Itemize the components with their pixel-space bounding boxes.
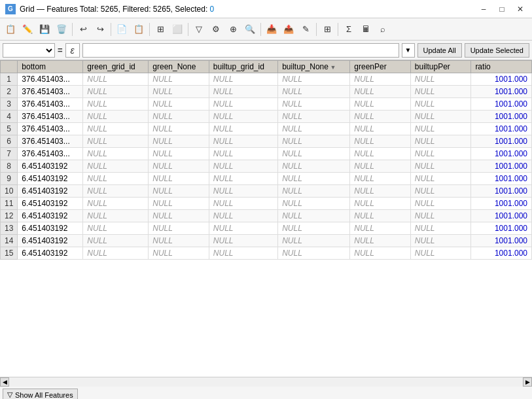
col-header-green-grid-id[interactable]: green_grid_id — [83, 61, 149, 73]
table-cell[interactable]: 376.451403... — [18, 86, 83, 98]
table-cell[interactable]: NULL — [410, 235, 471, 247]
grid-view-button[interactable]: ⊞ — [319, 22, 335, 37]
row-number-cell[interactable]: 13 — [1, 222, 18, 235]
table-cell[interactable]: NULL — [83, 86, 149, 98]
update-selected-button[interactable]: Update Selected — [465, 43, 529, 58]
row-number-cell[interactable]: 8 — [1, 160, 18, 173]
horizontal-scrollbar[interactable]: ◀ ▶ — [0, 377, 532, 386]
table-cell[interactable]: NULL — [410, 185, 471, 198]
row-number-cell[interactable]: 3 — [1, 98, 18, 111]
maximize-button[interactable]: □ — [495, 3, 508, 16]
table-cell[interactable]: NULL — [83, 173, 149, 185]
table-cell[interactable]: NULL — [350, 210, 411, 222]
edit-button[interactable]: ✏️ — [20, 22, 35, 37]
row-number-cell[interactable]: 6 — [1, 135, 18, 148]
table-cell[interactable]: 376.451403... — [18, 111, 83, 123]
table-cell[interactable]: NULL — [278, 148, 350, 160]
table-cell[interactable]: NULL — [278, 235, 350, 247]
row-number-cell[interactable]: 12 — [1, 210, 18, 222]
table-cell[interactable]: NULL — [278, 73, 350, 86]
table-cell[interactable]: NULL — [350, 235, 411, 247]
table-cell[interactable]: NULL — [209, 148, 277, 160]
table-cell[interactable]: 6.451403192 — [18, 160, 83, 173]
minimize-button[interactable]: – — [477, 3, 490, 16]
scroll-left-button[interactable]: ◀ — [0, 377, 9, 387]
table-cell[interactable]: NULL — [350, 135, 411, 148]
table-cell[interactable]: NULL — [209, 86, 277, 98]
table-cell[interactable]: NULL — [410, 73, 471, 86]
table-cell[interactable]: NULL — [149, 173, 209, 185]
table-cell[interactable]: 1001.000 — [471, 73, 532, 86]
expression-dropdown[interactable]: ▼ — [402, 43, 415, 58]
table-row[interactable]: 106.451403192NULLNULLNULLNULLNULLNULL100… — [1, 185, 532, 198]
table-cell[interactable]: NULL — [209, 185, 277, 198]
table-row[interactable]: 2376.451403...NULLNULLNULLNULLNULLNULL10… — [1, 86, 532, 98]
new-table-button[interactable]: 📋 — [3, 22, 18, 37]
table-cell[interactable]: NULL — [209, 135, 277, 148]
table-cell[interactable]: NULL — [83, 198, 149, 210]
row-number-cell[interactable]: 15 — [1, 247, 18, 260]
sum-button[interactable]: Σ — [341, 22, 357, 37]
table-cell[interactable]: NULL — [149, 247, 209, 260]
col-header-builtup-none[interactable]: builtup_None — [278, 61, 350, 73]
table-cell[interactable]: NULL — [278, 185, 350, 198]
table-row[interactable]: 116.451403192NULLNULLNULLNULLNULLNULL100… — [1, 198, 532, 210]
scroll-right-button[interactable]: ▶ — [523, 377, 532, 387]
row-number-cell[interactable]: 11 — [1, 198, 18, 210]
table-cell[interactable]: NULL — [209, 247, 277, 260]
select-button[interactable]: ⬜ — [169, 22, 185, 37]
epsilon-button[interactable]: ε — [65, 43, 80, 58]
col-header-ratio[interactable]: ratio — [471, 61, 532, 73]
table-cell[interactable]: NULL — [149, 185, 209, 198]
paste-button[interactable]: 📋 — [131, 22, 147, 37]
import-button[interactable]: 📥 — [264, 22, 279, 37]
col-header-bottom[interactable]: bottom — [18, 61, 83, 73]
table-cell[interactable]: NULL — [209, 73, 277, 86]
table-cell[interactable]: NULL — [83, 222, 149, 235]
table-cell[interactable]: NULL — [278, 222, 350, 235]
table-cell[interactable]: 376.451403... — [18, 73, 83, 86]
table-cell[interactable]: 1001.000 — [471, 210, 532, 222]
table-cell[interactable]: 376.451403... — [18, 135, 83, 148]
table-row[interactable]: 126.451403192NULLNULLNULLNULLNULLNULL100… — [1, 210, 532, 222]
table-cell[interactable]: NULL — [149, 235, 209, 247]
table-cell[interactable]: 6.451403192 — [18, 235, 83, 247]
table-cell[interactable]: NULL — [83, 247, 149, 260]
table-row[interactable]: 136.451403192NULLNULLNULLNULLNULLNULL100… — [1, 222, 532, 235]
table-cell[interactable]: NULL — [209, 160, 277, 173]
table-cell[interactable]: NULL — [149, 86, 209, 98]
expression-input[interactable] — [82, 43, 399, 58]
table-cell[interactable]: 6.451403192 — [18, 185, 83, 198]
table-cell[interactable]: NULL — [83, 185, 149, 198]
table-row[interactable]: 6376.451403...NULLNULLNULLNULLNULLNULL10… — [1, 135, 532, 148]
show-all-features-button[interactable]: ▽ Show All Features — [3, 389, 78, 400]
table-cell[interactable]: 6.451403192 — [18, 173, 83, 185]
table-cell[interactable]: NULL — [149, 111, 209, 123]
table-cell[interactable]: NULL — [278, 123, 350, 135]
row-number-cell[interactable]: 5 — [1, 123, 18, 135]
table-cell[interactable]: NULL — [209, 98, 277, 111]
table-cell[interactable]: NULL — [149, 135, 209, 148]
table-cell[interactable]: NULL — [410, 198, 471, 210]
table-cell[interactable]: 1001.000 — [471, 247, 532, 260]
col-header-builtup-grid-id[interactable]: builtup_grid_id — [209, 61, 277, 73]
table-cell[interactable]: NULL — [209, 198, 277, 210]
table-cell[interactable]: NULL — [83, 73, 149, 86]
search2-button[interactable]: ⌕ — [375, 22, 391, 37]
table-cell[interactable]: NULL — [278, 160, 350, 173]
row-number-cell[interactable]: 1 — [1, 73, 18, 86]
table-cell[interactable]: 6.451403192 — [18, 210, 83, 222]
table-row[interactable]: 1376.451403...NULLNULLNULLNULLNULLNULL10… — [1, 73, 532, 86]
table-cell[interactable]: 6.451403192 — [18, 222, 83, 235]
table-cell[interactable]: 1001.000 — [471, 185, 532, 198]
table-cell[interactable]: NULL — [149, 210, 209, 222]
search-button[interactable]: 🔍 — [242, 22, 258, 37]
table-cell[interactable]: 1001.000 — [471, 235, 532, 247]
table-cell[interactable]: NULL — [83, 111, 149, 123]
table-row[interactable]: 156.451403192NULLNULLNULLNULLNULLNULL100… — [1, 247, 532, 260]
table-cell[interactable]: NULL — [350, 222, 411, 235]
table-cell[interactable]: NULL — [350, 247, 411, 260]
table-cell[interactable]: NULL — [278, 86, 350, 98]
col-header-green-none[interactable]: green_None — [149, 61, 209, 73]
table-cell[interactable]: NULL — [83, 135, 149, 148]
